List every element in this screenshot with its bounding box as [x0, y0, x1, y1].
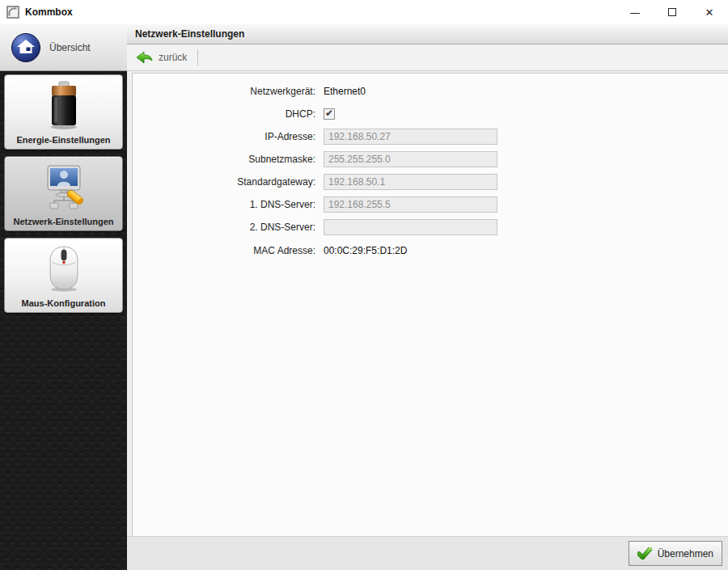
apply-button[interactable]: Übernehmen: [629, 541, 722, 566]
footer-bar: Übernehmen: [127, 536, 728, 570]
window-title: Kommbox: [25, 6, 73, 18]
close-button[interactable]: ✕: [691, 0, 728, 24]
sidebar-item-label: Energie-Einstellungen: [16, 135, 110, 145]
form-row: IP-Adresse:: [133, 125, 728, 148]
maximize-icon: [668, 8, 676, 16]
battery-icon: [46, 80, 82, 130]
panel-header: Netzwerk-Einstellungen: [127, 24, 728, 44]
sidebar-item-label: Maus-Konfiguration: [22, 298, 106, 308]
minimize-button[interactable]: —: [616, 0, 654, 24]
dns1-input: [324, 196, 497, 213]
back-arrow-icon: [136, 51, 153, 64]
sidebar-item-label: Übersicht: [49, 42, 91, 53]
field-label: DHCP:: [133, 108, 315, 120]
ip-address-input: [324, 129, 497, 145]
field-label: Standardgateway:: [133, 176, 315, 188]
mouse-icon: [41, 244, 87, 293]
back-button[interactable]: zurück: [134, 48, 193, 67]
title-bar: Kommbox — ✕: [0, 0, 728, 24]
field-label: MAC Adresse:: [133, 245, 315, 256]
mac-address-value: 00:0C:29:F5:D1:2D: [324, 245, 407, 256]
default-gateway-input: [324, 174, 497, 190]
app-window: Kommbox — ✕ Übersicht: [0, 0, 728, 570]
apply-button-label: Übernehmen: [658, 548, 713, 559]
toolbar-separator: [197, 49, 198, 65]
field-label: 1. DNS-Server:: [133, 199, 315, 210]
subnet-mask-input: [324, 151, 497, 167]
sidebar-item-network-settings[interactable]: Netzwerk-Einstellungen: [4, 156, 123, 231]
close-icon: ✕: [705, 6, 714, 19]
app-logo-icon: [6, 6, 19, 19]
dns2-input: [324, 219, 497, 235]
field-label: Subnetzmaske:: [133, 154, 315, 165]
network-icon: [40, 163, 88, 211]
sidebar-cards: Energie-Einstellungen: [0, 71, 127, 316]
maximize-button[interactable]: [654, 0, 691, 24]
sidebar-item-mouse-configuration[interactable]: Maus-Konfiguration: [4, 238, 123, 313]
checkmark-icon: [637, 547, 652, 559]
network-settings-form: Netzwerkgerät: Ethernet0 DHCP: IP-Adress…: [132, 73, 728, 536]
content-wrapper: Netzwerkgerät: Ethernet0 DHCP: IP-Adress…: [127, 71, 728, 536]
form-row: DHCP:: [133, 103, 728, 125]
page-title: Netzwerk-Einstellungen: [135, 28, 244, 40]
toolbar: zurück: [127, 44, 728, 71]
sidebar-item-energy-settings[interactable]: Energie-Einstellungen: [4, 74, 123, 150]
field-label: Netzwerkgerät:: [133, 86, 315, 97]
minimize-icon: —: [630, 6, 641, 19]
form-row: Netzwerkgerät: Ethernet0: [133, 80, 728, 103]
form-row: MAC Adresse: 00:0C:29:F5:D1:2D: [133, 239, 728, 263]
sidebar: Übersicht: [0, 24, 127, 570]
home-icon: [11, 32, 41, 63]
field-label: IP-Adresse:: [133, 131, 315, 142]
dhcp-checkbox[interactable]: [324, 108, 335, 120]
form-row: Subnetzmaske:: [133, 148, 728, 171]
form-row: Standardgateway:: [133, 171, 728, 193]
form-row: 1. DNS-Server:: [133, 193, 728, 216]
network-device-value: Ethernet0: [324, 86, 366, 97]
back-button-label: zurück: [159, 52, 187, 63]
form-row: 2. DNS-Server:: [133, 216, 728, 239]
sidebar-item-overview[interactable]: Übersicht: [0, 24, 127, 71]
main-panel: Netzwerk-Einstellungen zurück: [127, 24, 728, 570]
sidebar-item-label: Netzwerk-Einstellungen: [13, 217, 113, 226]
field-label: 2. DNS-Server:: [133, 222, 315, 233]
